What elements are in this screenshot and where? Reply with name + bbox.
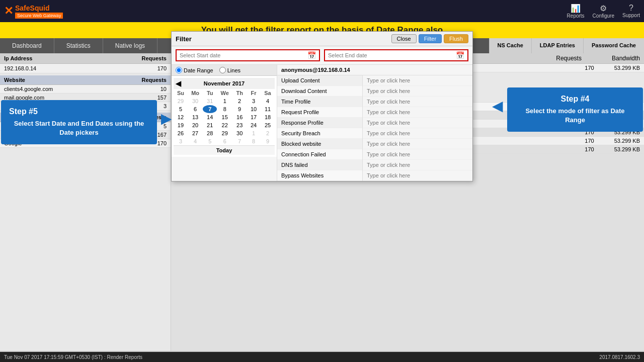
calendar-day[interactable]: 17 xyxy=(247,113,261,121)
calendar-day[interactable]: 11 xyxy=(261,105,275,113)
filter-value-input[interactable] xyxy=(367,99,468,105)
nav-reports[interactable]: 📊 Reports xyxy=(567,4,585,19)
filter-value-input[interactable] xyxy=(367,120,468,126)
start-date-input-box[interactable]: 📅 xyxy=(176,49,320,61)
calendar-day[interactable]: 7 xyxy=(232,137,247,145)
filter-value-row[interactable] xyxy=(363,149,472,160)
filter-item: Upload Content xyxy=(277,75,362,86)
filter-items-section: anonymous@192.168.0.14 Upload Content Do… xyxy=(277,65,472,181)
calendar-prev-icon[interactable]: ◀ xyxy=(176,79,181,87)
calendar-day[interactable]: 6 xyxy=(188,105,203,113)
calendar-day[interactable]: 30 xyxy=(188,97,203,105)
calendar-day[interactable]: 23 xyxy=(232,121,247,129)
ip-col-header: Ip Address xyxy=(4,55,32,61)
calendar-day[interactable]: 29 xyxy=(217,129,232,137)
filter-right-col: anonymous@192.168.0.14 Upload Content Do… xyxy=(277,65,472,181)
filter-value-input[interactable] xyxy=(367,109,468,115)
calendar-day[interactable]: 8 xyxy=(247,137,261,145)
nav-support[interactable]: ? Support xyxy=(622,4,640,19)
filter-body: Date Range Lines ◀ November 2017 ▶ xyxy=(172,65,472,181)
filter-labels-col: Upload Content Download Content Time Pro… xyxy=(277,75,363,181)
filter-value-row[interactable] xyxy=(363,107,472,118)
calendar-day[interactable]: 30 xyxy=(232,129,247,137)
end-date-input[interactable] xyxy=(328,52,456,58)
calendar-day[interactable]: 15 xyxy=(217,113,232,121)
filter-value-row[interactable] xyxy=(363,139,472,149)
start-date-calendar-icon[interactable]: 📅 xyxy=(307,51,316,59)
calendar-day[interactable]: 1 xyxy=(247,129,261,137)
filter-value-input[interactable] xyxy=(367,162,468,168)
password-cache-tab: Password Cache xyxy=(583,38,644,53)
calendar-day[interactable]: 29 xyxy=(174,97,188,105)
filter-value-input[interactable] xyxy=(367,88,468,94)
calendar-day[interactable]: 18 xyxy=(261,113,275,121)
calendar-day[interactable]: 28 xyxy=(203,129,217,137)
calendar-day[interactable]: 3 xyxy=(247,97,261,105)
filter-item: Download Content xyxy=(277,86,362,97)
calendar-day[interactable]: 4 xyxy=(188,137,203,145)
tab-dashboard[interactable]: Dashboard xyxy=(0,38,54,53)
calendar-day[interactable]: 4 xyxy=(261,97,275,105)
calendar-day[interactable]: 5 xyxy=(174,105,188,113)
app-name: All Uploads xyxy=(4,123,32,129)
calendar-day[interactable]: 5 xyxy=(203,137,217,145)
calendar-day[interactable]: 24 xyxy=(247,121,261,129)
calendar-day[interactable]: 9 xyxy=(232,105,247,113)
nav-configure[interactable]: ⚙ Configure xyxy=(593,4,614,19)
website-name: mtalk.google.com xyxy=(4,103,47,109)
flush-button[interactable]: Flush xyxy=(444,34,468,43)
site-bw: 53.299 KB xyxy=(614,146,640,152)
calendar-day[interactable]: 19 xyxy=(174,121,188,129)
end-date-calendar-icon[interactable]: 📅 xyxy=(456,51,464,59)
start-date-input[interactable] xyxy=(180,52,307,58)
close-button[interactable]: Close xyxy=(391,34,417,43)
calendar-day[interactable]: 2 xyxy=(261,129,275,137)
calendar-day[interactable]: 21 xyxy=(203,121,217,129)
date-range-radio-label[interactable]: Date Range xyxy=(176,67,213,73)
calendar-day[interactable]: 20 xyxy=(188,121,203,129)
calendar-day[interactable]: 16 xyxy=(232,113,247,121)
calendar-day[interactable]: 8 xyxy=(217,105,232,113)
lines-radio[interactable] xyxy=(219,67,226,73)
app-sig-requests-header: Requests xyxy=(141,114,167,120)
calendar-day[interactable]: 14 xyxy=(203,113,217,121)
filter-value-input[interactable] xyxy=(367,130,468,136)
tab-statistics[interactable]: Statistics xyxy=(54,38,103,53)
end-date-input-box[interactable]: 📅 xyxy=(324,49,468,61)
filter-value-input[interactable] xyxy=(367,172,468,178)
calendar-day[interactable]: 2 xyxy=(232,97,247,105)
calendar-day[interactable]: 22 xyxy=(217,121,232,129)
calendar-day[interactable]: 27 xyxy=(188,129,203,137)
calendar-day[interactable]: 13 xyxy=(188,113,203,121)
logo-area: ✕ SafeSquid Secure Web Gateway xyxy=(4,4,63,19)
calendar-day[interactable]: 12 xyxy=(174,113,188,121)
lines-radio-label[interactable]: Lines xyxy=(219,67,240,73)
date-range-radio[interactable] xyxy=(176,67,182,73)
calendar-day[interactable]: 10 xyxy=(247,105,261,113)
calendar-day[interactable]: 31 xyxy=(203,97,217,105)
filter-value-row[interactable] xyxy=(363,75,472,86)
calendar-day[interactable]: 7 xyxy=(203,105,217,113)
cal-day-mo: Mo xyxy=(188,89,203,97)
filter-value-input[interactable] xyxy=(367,77,468,83)
calendar-day[interactable]: 6 xyxy=(217,137,232,145)
filter-value-row[interactable] xyxy=(363,97,472,107)
calendar-day[interactable]: 1 xyxy=(217,97,232,105)
filter-value-input[interactable] xyxy=(367,141,468,147)
filter-button[interactable]: Filter xyxy=(419,34,442,43)
filter-value-row[interactable] xyxy=(363,128,472,139)
cal-day-tu: Tu xyxy=(203,89,217,97)
tab-native-logs[interactable]: Native logs xyxy=(103,38,157,53)
filter-value-row[interactable] xyxy=(363,170,472,181)
filter-value-row[interactable] xyxy=(363,86,472,97)
calendar-day[interactable]: 25 xyxy=(261,121,275,129)
filter-value-row[interactable] xyxy=(363,160,472,170)
nav-icons: 📊 Reports ⚙ Configure ? Support xyxy=(567,4,640,19)
calendar-day[interactable]: 9 xyxy=(261,137,275,145)
filter-title-bar: Filter Close Filter Flush xyxy=(172,32,472,46)
filter-value-input[interactable] xyxy=(367,151,468,157)
filter-value-row[interactable] xyxy=(363,118,472,128)
calendar-day[interactable]: 26 xyxy=(174,129,188,137)
calendar-today-button[interactable]: Today xyxy=(174,145,275,155)
calendar-day[interactable]: 3 xyxy=(174,137,188,145)
